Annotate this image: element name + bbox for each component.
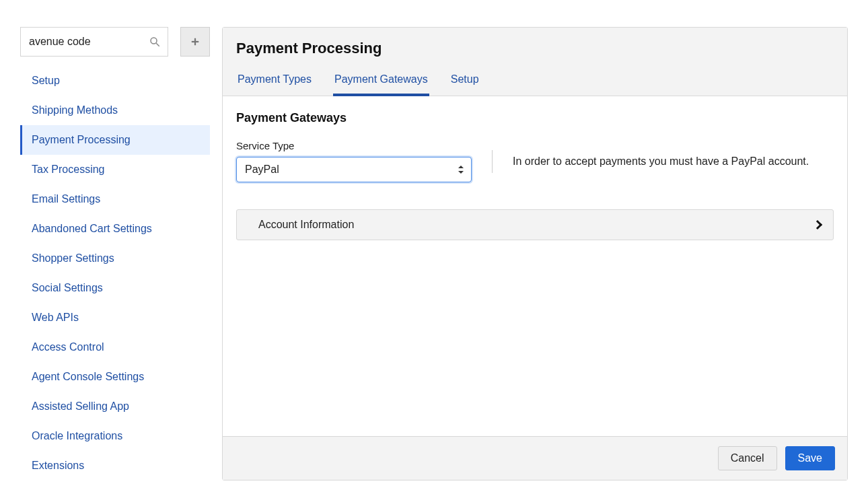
tab-label: Payment Gateways — [334, 73, 428, 85]
search-input[interactable] — [21, 28, 168, 56]
sidebar-item-label: Extensions — [32, 460, 84, 471]
panel-footer: Cancel Save — [223, 436, 847, 480]
sidebar-item-label: Shipping Methods — [32, 104, 118, 116]
tabs: Payment Types Payment Gateways Setup — [236, 69, 834, 96]
svg-line-1 — [156, 43, 159, 46]
sidebar-item-label: Tax Processing — [32, 164, 105, 175]
sidebar-nav: Setup Shipping Methods Payment Processin… — [20, 66, 210, 481]
add-button[interactable] — [180, 27, 210, 57]
sidebar-item-extensions[interactable]: Extensions — [20, 451, 210, 481]
service-type-value: PayPal — [237, 157, 471, 182]
service-type-field: Service Type PayPal — [236, 140, 472, 182]
sidebar-item-payment-processing[interactable]: Payment Processing — [20, 125, 210, 155]
sidebar-item-social-settings[interactable]: Social Settings — [20, 273, 210, 303]
tab-label: Setup — [451, 73, 479, 85]
accordion-title: Account Information — [258, 219, 354, 231]
sidebar-item-access-control[interactable]: Access Control — [20, 332, 210, 362]
panel-body: Payment Gateways Service Type PayPal In — [223, 96, 847, 436]
tab-label: Payment Types — [238, 73, 312, 85]
sidebar-item-tax-processing[interactable]: Tax Processing — [20, 155, 210, 184]
account-information-accordion[interactable]: Account Information — [236, 209, 834, 240]
panel-header: Payment Processing Payment Types Payment… — [223, 28, 847, 96]
main-panel: Payment Processing Payment Types Payment… — [222, 27, 848, 481]
sidebar-item-shipping-methods[interactable]: Shipping Methods — [20, 96, 210, 125]
sidebar-item-agent-console-settings[interactable]: Agent Console Settings — [20, 362, 210, 392]
sidebar: Setup Shipping Methods Payment Processin… — [20, 27, 210, 481]
select-caret-icon — [458, 164, 467, 175]
sidebar-item-oracle-integrations[interactable]: Oracle Integrations — [20, 421, 210, 451]
sidebar-item-label: Payment Processing — [32, 134, 131, 145]
sidebar-item-label: Abandoned Cart Settings — [32, 223, 152, 234]
sidebar-item-setup[interactable]: Setup — [20, 66, 210, 96]
service-type-label: Service Type — [236, 140, 472, 151]
sidebar-item-label: Access Control — [32, 341, 104, 353]
section-heading: Payment Gateways — [236, 111, 834, 125]
chevron-right-icon — [813, 220, 822, 229]
sidebar-item-label: Assisted Selling App — [32, 400, 129, 412]
service-type-select[interactable]: PayPal — [236, 157, 472, 182]
svg-point-0 — [151, 38, 157, 44]
sidebar-item-abandoned-cart-settings[interactable]: Abandoned Cart Settings — [20, 214, 210, 244]
button-label: Save — [798, 452, 822, 464]
sidebar-item-email-settings[interactable]: Email Settings — [20, 184, 210, 214]
sidebar-item-label: Shopper Settings — [32, 252, 114, 264]
tab-setup[interactable]: Setup — [449, 69, 480, 96]
sidebar-item-label: Agent Console Settings — [32, 371, 144, 382]
search-input-wrap — [20, 27, 168, 57]
sidebar-item-assisted-selling-app[interactable]: Assisted Selling App — [20, 392, 210, 421]
service-type-helper: In order to accept payments you must hav… — [513, 155, 834, 168]
search-icon[interactable] — [149, 36, 161, 48]
sidebar-item-label: Email Settings — [32, 193, 100, 205]
sidebar-item-label: Social Settings — [32, 282, 103, 293]
divider — [492, 150, 493, 173]
tab-payment-gateways[interactable]: Payment Gateways — [333, 69, 429, 96]
sidebar-item-web-apis[interactable]: Web APIs — [20, 303, 210, 332]
plus-icon — [189, 36, 201, 48]
button-label: Cancel — [731, 452, 764, 464]
tab-payment-types[interactable]: Payment Types — [236, 69, 313, 96]
service-type-row: Service Type PayPal In order to accept p… — [236, 140, 834, 182]
svg-marker-4 — [458, 166, 464, 168]
page-title: Payment Processing — [236, 40, 834, 57]
sidebar-item-label: Oracle Integrations — [32, 430, 122, 441]
sidebar-item-label: Web APIs — [32, 312, 79, 323]
save-button[interactable]: Save — [785, 446, 835, 470]
svg-marker-5 — [458, 171, 464, 174]
cancel-button[interactable]: Cancel — [718, 446, 777, 470]
sidebar-item-shopper-settings[interactable]: Shopper Settings — [20, 244, 210, 273]
sidebar-search-row — [20, 27, 210, 57]
sidebar-item-label: Setup — [32, 75, 60, 86]
